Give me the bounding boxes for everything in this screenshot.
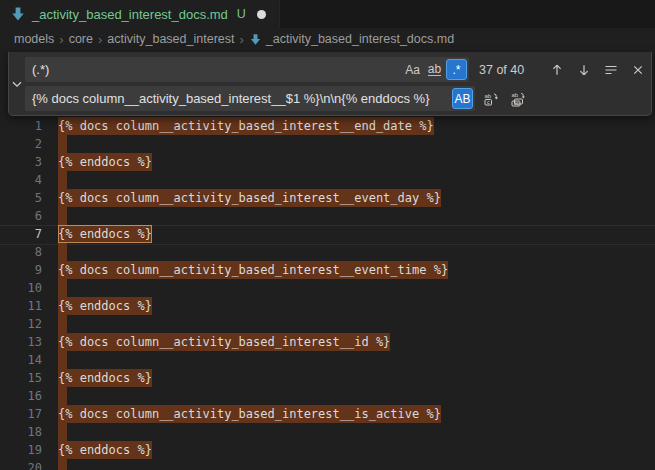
line-number: 6 [0, 207, 42, 225]
code-line-text: {% enddocs %} [58, 297, 152, 315]
toggle-replace-button[interactable] [9, 52, 25, 115]
code-line-text: {% docs column__activity_based_interest_… [58, 117, 434, 135]
previous-match-button[interactable] [546, 59, 568, 81]
find-in-selection-icon [603, 62, 619, 78]
find-match-highlight-empty [58, 351, 67, 369]
tab-title: _activity_based_interest_docs.md [32, 7, 228, 22]
breadcrumb-item[interactable]: models [14, 32, 54, 46]
code-line-text: {% docs column__activity_based_interest_… [58, 189, 441, 207]
replace-all-icon: ab ac [510, 91, 526, 107]
chevron-down-icon [9, 76, 25, 92]
code-line-text [58, 459, 67, 470]
svg-text:ac: ac [514, 100, 520, 106]
code-line-text: {% enddocs %} [58, 153, 152, 171]
match-case-toggle[interactable]: Aa [402, 59, 423, 80]
breadcrumb-separator: › [239, 32, 243, 47]
whole-word-toggle[interactable]: ab [424, 59, 445, 80]
code-line[interactable]: 3{% enddocs %} [0, 153, 655, 171]
line-number: 3 [0, 153, 42, 171]
line-number: 10 [0, 279, 42, 297]
code-line-text: {% docs column__activity_based_interest_… [58, 405, 441, 423]
breadcrumb-item[interactable]: _activity_based_interest_docs.md [249, 32, 454, 46]
arrow-down-icon [576, 62, 592, 78]
find-match-highlight-empty [58, 315, 67, 333]
breadcrumb-item-label: activity_based_interest [107, 32, 234, 46]
find-match-highlight: {% docs column__activity_based_interest_… [58, 261, 448, 279]
code-line[interactable]: 12 [0, 315, 655, 333]
code-line[interactable]: 7{% enddocs %} [0, 225, 655, 243]
regex-toggle[interactable]: .* [446, 59, 467, 80]
find-match-highlight: {% enddocs %} [58, 369, 152, 387]
line-number: 9 [0, 261, 42, 279]
code-line-text: {% docs column__activity_based_interest_… [58, 333, 390, 351]
code-line[interactable]: 6 [0, 207, 655, 225]
replace-button[interactable]: ab c [480, 88, 502, 110]
tab-activity-based-interest-docs[interactable]: _activity_based_interest_docs.md U [0, 0, 280, 28]
code-line[interactable]: 14 [0, 351, 655, 369]
code-line[interactable]: 20 [0, 459, 655, 470]
find-input[interactable]: (.*) Aa ab .* [25, 57, 469, 82]
close-find-widget-button[interactable] [627, 59, 649, 81]
editor-area: (.*) Aa ab .* 37 of 40 [0, 50, 655, 470]
replace-all-button[interactable]: ab ac [507, 88, 529, 110]
code-line[interactable]: 1{% docs column__activity_based_interest… [0, 117, 655, 135]
line-number: 19 [0, 441, 42, 459]
find-match-highlight: {% docs column__activity_based_interest_… [58, 333, 390, 351]
code-line[interactable]: 10 [0, 279, 655, 297]
find-match-highlight-empty [58, 459, 67, 470]
find-match-highlight: {% enddocs %} [58, 153, 152, 171]
code-line[interactable]: 2 [0, 135, 655, 153]
code-line[interactable]: 9{% docs column__activity_based_interest… [0, 261, 655, 279]
current-find-match: {% enddocs %} [58, 225, 152, 243]
line-number: 20 [0, 459, 42, 470]
code-line-text [58, 171, 67, 189]
breadcrumb-item-label: core [69, 32, 93, 46]
line-number: 2 [0, 135, 42, 153]
code-area: 1{% docs column__activity_based_interest… [0, 117, 655, 470]
code-line[interactable]: 16 [0, 387, 655, 405]
line-number: 12 [0, 315, 42, 333]
code-line[interactable]: 19{% enddocs %} [0, 441, 655, 459]
line-number: 5 [0, 189, 42, 207]
results-count: 37 of 40 [479, 63, 541, 77]
line-number: 14 [0, 351, 42, 369]
code-line[interactable]: 17{% docs column__activity_based_interes… [0, 405, 655, 423]
arrow-up-icon [549, 62, 565, 78]
find-match-highlight: {% docs column__activity_based_interest_… [58, 189, 441, 207]
breadcrumb-item-label: models [14, 32, 54, 46]
breadcrumb-item[interactable]: core [69, 32, 93, 46]
code-line-text [58, 279, 67, 297]
modified-indicator-dot[interactable] [257, 10, 266, 19]
find-widget: (.*) Aa ab .* 37 of 40 [8, 52, 652, 116]
find-match-highlight-empty [58, 387, 67, 405]
code-line-text [58, 423, 67, 441]
find-match-highlight: {% docs column__activity_based_interest_… [58, 405, 441, 423]
code-line-text [58, 351, 67, 369]
find-match-highlight-empty [58, 423, 67, 441]
svg-text:c: c [487, 99, 490, 105]
code-line[interactable]: 4 [0, 171, 655, 189]
preserve-case-toggle[interactable]: AB [452, 88, 473, 109]
code-line[interactable]: 15{% enddocs %} [0, 369, 655, 387]
markdown-file-icon [10, 6, 26, 22]
code-line[interactable]: 13{% docs column__activity_based_interes… [0, 333, 655, 351]
code-line[interactable]: 5{% docs column__activity_based_interest… [0, 189, 655, 207]
line-number: 15 [0, 369, 42, 387]
next-match-button[interactable] [573, 59, 595, 81]
breadcrumb-item[interactable]: activity_based_interest [107, 32, 234, 46]
code-line-text [58, 387, 67, 405]
replace-input[interactable]: {% docs column__activity_based_interest_… [25, 86, 475, 111]
find-in-selection-button[interactable] [600, 59, 622, 81]
find-nav-buttons [541, 59, 649, 81]
find-row: (.*) Aa ab .* 37 of 40 [25, 57, 649, 82]
code-line[interactable]: 8 [0, 243, 655, 261]
line-number: 16 [0, 387, 42, 405]
code-line[interactable]: 18 [0, 423, 655, 441]
find-match-highlight-empty [58, 207, 67, 225]
line-number: 8 [0, 243, 42, 261]
line-number: 18 [0, 423, 42, 441]
code-line[interactable]: 11{% enddocs %} [0, 297, 655, 315]
code-line-text [58, 207, 67, 225]
line-number: 4 [0, 171, 42, 189]
code-line-text: {% enddocs %} [58, 225, 152, 243]
